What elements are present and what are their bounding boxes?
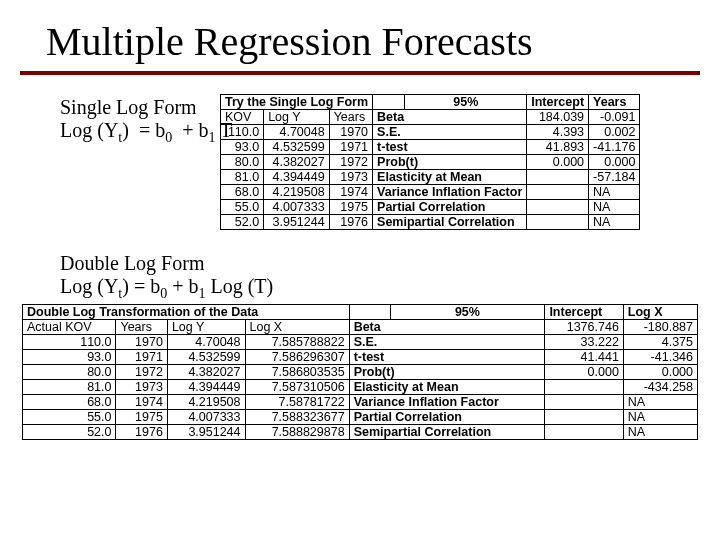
page-title: Multiple Regression Forecasts [0,0,720,71]
single-log-heading: Single Log Form Log (Yt) = b0 + b1 T [30,96,232,146]
single-log-line1: Single Log Form [30,96,232,119]
single-log-line2: Log (Yt) = b0 + b1 T [30,119,232,146]
title-divider [20,71,700,75]
double-log-line1: Double Log Form [30,252,273,275]
double-log-table-wrap: Double Log Transformation of the Data95%… [22,304,698,440]
double-log-line2: Log (Yt) = b0 + b1 Log (T) [30,275,273,302]
double-log-table: Double Log Transformation of the Data95%… [22,304,698,440]
single-log-table-wrap: Try the Single Log Form95%InterceptYears… [220,94,640,230]
slide: Multiple Regression Forecasts Single Log… [0,0,720,540]
double-log-heading: Double Log Form Log (Yt) = b0 + b1 Log (… [30,252,273,302]
single-log-table: Try the Single Log Form95%InterceptYears… [220,94,640,230]
